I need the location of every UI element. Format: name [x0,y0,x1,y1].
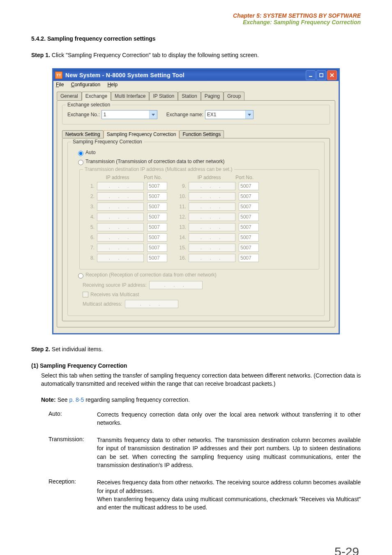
row-num: 2. [85,193,97,199]
exchange-name-label: Exchange name: [166,112,203,117]
app-window: TT New System - N-8000 System Setting To… [52,68,340,334]
dest-row: 5.. . .5007 [85,223,167,231]
ip-field[interactable]: . . . [189,182,235,190]
row-num: 9. [176,183,189,189]
dest-row: 8.. . .5007 [85,254,167,262]
tab-general[interactable]: General [57,92,82,100]
port-field[interactable]: 5007 [147,233,167,242]
ip-field[interactable]: . . . [189,213,235,221]
port-field[interactable]: 5007 [239,203,259,211]
close-button[interactable] [327,70,337,80]
radio-reception[interactable] [78,273,83,279]
dest-group: Transmission destination IP address (Mul… [79,169,319,269]
menu-configuration[interactable]: Configuration [71,82,100,88]
dest-row: 6.. . .5007 [85,233,167,242]
rx-src-ip-field[interactable]: . . . [149,281,203,289]
radio-transmission[interactable] [78,160,83,165]
col-port-header: Port No. [235,175,254,180]
exchange-selection-legend: Exchange selection [66,102,112,108]
dest-col-right: IP addressPort No. 9.. . .500710.. . .50… [176,175,259,264]
ip-field[interactable]: . . . [97,203,144,211]
col-ip-header: IP address [95,175,141,180]
port-field[interactable]: 5007 [147,254,167,262]
ip-field[interactable]: . . . [189,203,235,211]
rx-multicast-label: Receives via Multicast [90,292,139,297]
sfc-group: Sampling Frequency Correction Auto Trans… [67,142,325,316]
ip-field[interactable]: . . . [97,233,144,242]
exchange-no-label: Exchange No.: [67,112,100,117]
dest-col-left: IP addressPort No. 1.. . .50072.. . .500… [85,175,167,264]
ip-field[interactable]: . . . [189,233,235,242]
row-num: 1. [85,183,97,189]
app-icon: TT [55,71,62,79]
subtab-sampling-frequency-correction[interactable]: Sampling Frequency Correction [104,130,180,138]
col-port-header: Port No. [144,175,162,180]
dest-row: 12.. . .5007 [176,213,259,221]
radio-auto[interactable] [78,151,83,156]
ip-field[interactable]: . . . [189,254,235,262]
note-link[interactable]: p. 8-5 [69,396,84,403]
dest-row: 16.. . .5007 [176,254,259,262]
ip-field[interactable]: . . . [189,192,235,200]
ip-field[interactable]: . . . [97,254,144,262]
radio-reception-row[interactable]: Reception (Reception of correction data … [76,272,319,279]
exchange-no-select[interactable]: 1 [101,110,157,119]
port-field[interactable]: 5007 [239,223,259,231]
row-num: 15. [176,245,189,251]
port-field[interactable]: 5007 [239,213,259,221]
note: Note: See p. 8-5 regarding sampling freq… [41,396,361,403]
row-num: 16. [176,255,189,261]
port-field[interactable]: 5007 [239,244,259,252]
subtab-network-setting[interactable]: Network Setting [62,130,104,138]
port-field[interactable]: 5007 [239,233,259,242]
tab-paging[interactable]: Paging [201,92,224,100]
port-field[interactable]: 5007 [147,182,167,190]
ip-field[interactable]: . . . [97,213,144,221]
ip-field[interactable]: . . . [97,182,144,190]
tab-multi-interface[interactable]: Multi Interface [111,92,149,100]
radio-auto-row[interactable]: Auto [76,150,319,156]
tab-station[interactable]: Station [178,92,201,100]
dest-row: 9.. . .5007 [176,182,259,190]
sfc-panel: Sampling Frequency Correction Auto Trans… [62,138,330,321]
ip-field[interactable]: . . . [189,244,235,252]
exchange-name-select[interactable]: EX1 [205,110,254,119]
radio-transmission-label: Transmission (Transmission of correction… [85,159,225,164]
tab-exchange[interactable]: Exchange [82,92,111,101]
def-auto-label: Auto: [48,410,97,427]
step-2: Step 2. Set individual items. [31,346,361,352]
ip-field[interactable]: . . . [97,244,144,252]
port-field[interactable]: 5007 [147,213,167,221]
rx-multicast-checkbox[interactable] [83,292,88,297]
dest-row: 7.. . .5007 [85,244,167,252]
maximize-button[interactable] [316,70,326,80]
minimize-button[interactable] [306,70,316,80]
radio-transmission-row[interactable]: Transmission (Transmission of correction… [76,159,319,165]
port-field[interactable]: 5007 [239,254,259,262]
main-tabs: General Exchange Multi Interface IP Stat… [57,92,335,100]
rx-multicast-addr-label: Multicast address: [83,301,122,307]
port-field[interactable]: 5007 [147,192,167,200]
step-2-text: Set individual items. [50,346,103,352]
ip-field[interactable]: . . . [189,223,235,231]
rx-multicast-addr-field[interactable]: . . . [125,300,178,308]
port-field[interactable]: 5007 [239,192,259,200]
ip-field[interactable]: . . . [97,223,144,231]
col-ip-header: IP address [186,175,232,180]
menu-help[interactable]: Help [107,82,118,88]
def-tx-text: Transmits frequency data to other networ… [97,436,361,469]
port-field[interactable]: 5007 [147,244,167,252]
port-field[interactable]: 5007 [147,203,167,211]
dest-row: 15.. . .5007 [176,244,259,252]
port-field[interactable]: 5007 [147,223,167,231]
window-title: New System - N-8000 System Setting Tool [65,72,306,78]
menu-file[interactable]: File [56,82,64,88]
tab-group[interactable]: Group [224,92,244,100]
section-title: 5.4.2. Sampling frequency correction set… [31,35,361,42]
tab-ip-station[interactable]: IP Station [149,92,178,100]
subtab-function-settings[interactable]: Function Settings [179,130,224,138]
port-field[interactable]: 5007 [239,182,259,190]
dest-row: 4.. . .5007 [85,213,167,221]
rx-src-label: Receiving source IP address: [83,282,147,288]
ip-field[interactable]: . . . [97,192,144,200]
